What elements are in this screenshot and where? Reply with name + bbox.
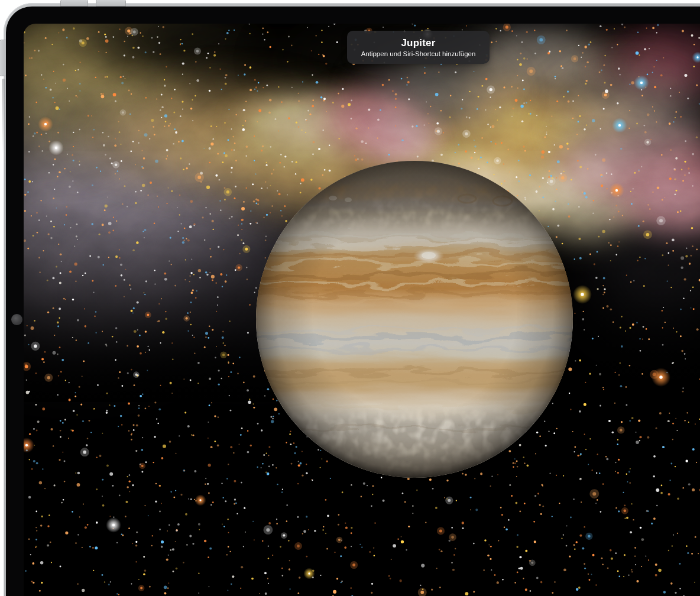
side-button <box>0 40 6 76</box>
jupiter-planet[interactable] <box>256 161 573 478</box>
tooltip-subtitle: Antippen und Siri-Shortcut hinzufügen <box>361 50 476 58</box>
side-button-shadow <box>2 79 5 154</box>
tooltip-title: Jupiter <box>401 37 435 48</box>
front-camera <box>11 314 22 325</box>
top-button-1 <box>61 0 88 6</box>
page-background: Jupiter Antippen und Siri-Shortcut hinzu… <box>0 0 700 596</box>
siri-shortcut-tooltip: Jupiter Antippen und Siri-Shortcut hinzu… <box>347 31 490 64</box>
ipad-screen-bezel: Jupiter Antippen und Siri-Shortcut hinzu… <box>6 7 700 596</box>
app-screen: Jupiter Antippen und Siri-Shortcut hinzu… <box>24 24 700 596</box>
top-button-2 <box>96 0 125 6</box>
ipad-device-frame: Jupiter Antippen und Siri-Shortcut hinzu… <box>4 3 700 596</box>
